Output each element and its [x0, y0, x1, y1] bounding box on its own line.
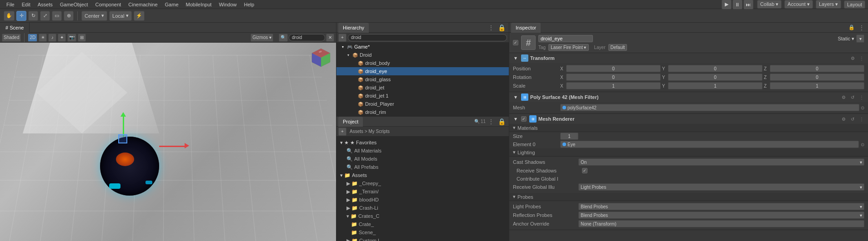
layers-button[interactable]: Layers ▾ [816, 0, 841, 9]
lighting-foldout[interactable]: ▾ Lighting [509, 148, 868, 157]
scale-y-field[interactable]: 1 [668, 82, 763, 89]
hand-tool[interactable]: ✋ [4, 11, 15, 21]
scene-search-input[interactable] [289, 34, 325, 41]
menu-window[interactable]: Window [215, 0, 240, 9]
project-menu[interactable]: ⋮ [487, 118, 496, 125]
menu-component[interactable]: Component [91, 0, 125, 9]
custom-folder[interactable]: ▶ 📁 Custom I [338, 236, 507, 241]
layer-dropdown[interactable]: Default [608, 44, 627, 51]
menu-cinemachine[interactable]: Cinemachine [125, 0, 161, 9]
scene-close-btn[interactable]: ✕ [326, 34, 334, 42]
element0-eye-icon[interactable]: ⊙ [861, 142, 864, 147]
crate-subfolder[interactable]: 📁 Crate_ [338, 220, 507, 228]
audio-button[interactable]: ♪ [48, 34, 56, 42]
scale-z-field[interactable]: 1 [770, 82, 864, 89]
favorites-folder[interactable]: ▾ ★ ★ Favorites [338, 138, 507, 147]
bloodhd-folder[interactable]: ▶ 📁 bloodHD [338, 196, 507, 204]
inspector-lock[interactable]: 🔒 [847, 25, 856, 30]
rotate-tool[interactable]: ↻ [28, 11, 38, 21]
crates-folder[interactable]: ▾ 📁 Crates_C [338, 212, 507, 220]
tree-item-droid-jet[interactable]: 📦 droid_jet [336, 84, 509, 92]
shaded-dropdown[interactable]: Shaded [2, 34, 21, 42]
scale-tool[interactable]: ⤢ [40, 11, 50, 21]
snap-btn[interactable]: ⚡ [134, 11, 145, 21]
menu-mobileinput[interactable]: MobileInput [182, 0, 216, 9]
cast-shadows-dropdown[interactable]: On ▾ [578, 158, 864, 166]
rot-y-field[interactable]: 0 [668, 74, 763, 81]
rect-tool[interactable]: ▭ [52, 11, 62, 21]
receive-shadows-checkbox[interactable]: ✓ [582, 168, 587, 173]
mesh-ref-field[interactable]: polySurface42 [560, 104, 859, 111]
meshrenderer-settings-icon[interactable]: ⚙ [840, 115, 847, 123]
assets-folder[interactable]: ▾ 📁 Assets [338, 171, 507, 179]
project-lock[interactable]: 🔒 [497, 118, 507, 125]
pause-button[interactable]: ⏸ [733, 0, 743, 10]
all-prefabs-item[interactable]: 🔍 All Prefabs [338, 163, 507, 171]
project-tab[interactable]: Project [338, 117, 363, 127]
hierarchy-lock[interactable]: 🔒 [497, 24, 507, 31]
scene-cam-button[interactable]: 📷 [67, 34, 76, 42]
object-name-input[interactable] [538, 35, 593, 42]
menu-assets[interactable]: Assets [34, 0, 56, 9]
static-dropdown[interactable]: ▾ [856, 34, 864, 43]
all-models-item[interactable]: 🔍 All Models [338, 155, 507, 163]
size-field[interactable]: 1 [560, 133, 578, 140]
meshfilter-settings-icon[interactable]: ⚙ [840, 93, 847, 101]
crash-folder[interactable]: ▶ 📁 Crash-Li [338, 204, 507, 212]
hierarchy-tab[interactable]: Hierarchy [338, 23, 369, 33]
rot-x-field[interactable]: 0 [566, 74, 661, 81]
mesh-filter-header[interactable]: ▾ ⊞ Poly Surface 42 (Mesh Filter) ⚙ ↺ ⋮ [509, 92, 868, 102]
tree-item-droid-jet1[interactable]: 📦 droid_jet 1 [336, 92, 509, 100]
tree-item-droid-body[interactable]: 📦 droid_body [336, 59, 509, 67]
menu-help[interactable]: Help [241, 0, 258, 9]
grid-button[interactable]: ⊞ [78, 34, 86, 42]
mesh-eye-icon[interactable]: ⊙ [861, 105, 864, 110]
step-button[interactable]: ⏭ [743, 0, 753, 10]
project-add-btn[interactable]: + [338, 128, 346, 136]
tag-dropdown[interactable]: Laser Fire Point ▾ [548, 44, 588, 51]
pos-z-field[interactable]: 0 [770, 65, 864, 72]
scene-canvas[interactable]: +Y [0, 43, 336, 241]
scene-tab[interactable]: # Scene [0, 23, 30, 33]
element0-field[interactable]: Eye [560, 141, 859, 148]
reflection-probes-dropdown[interactable]: Blend Probes ▾ [578, 211, 864, 219]
meshrenderer-refresh-icon[interactable]: ↺ [849, 115, 856, 123]
center-dropdown[interactable]: Center ▾ [81, 11, 107, 21]
mesh-renderer-header[interactable]: ▾ ✓ ⊞ Mesh Renderer ⚙ ↺ ⋮ [509, 114, 868, 124]
layout-button[interactable]: Layout [844, 0, 865, 9]
anchor-override-field[interactable]: None (Transform) [578, 220, 864, 227]
local-dropdown[interactable]: Local ▾ [109, 11, 132, 21]
transform-tool[interactable]: ⊕ [64, 11, 74, 21]
transform-settings-icon[interactable]: ⚙ [849, 54, 856, 62]
receive-global-dropdown[interactable]: Light Probes ▾ [578, 183, 864, 191]
2d-button[interactable]: 2D [28, 34, 37, 42]
tree-item-droid-rim[interactable]: 📦 droid_rim [336, 108, 509, 116]
meshrenderer-enabled[interactable]: ✓ [521, 116, 527, 122]
move-tool[interactable]: ✛ [16, 11, 26, 21]
menu-edit[interactable]: Edit [18, 0, 34, 9]
meshfilter-refresh-icon[interactable]: ↺ [849, 93, 856, 101]
transform-more-icon[interactable]: ⋮ [858, 54, 865, 62]
inspector-tab[interactable]: Inspector [511, 23, 541, 33]
hierarchy-menu[interactable]: ⋮ [487, 24, 496, 31]
object-enabled-checkbox[interactable]: ✓ [513, 40, 518, 45]
account-button[interactable]: Account ▾ [784, 0, 813, 9]
lighting-button[interactable]: ☀ [39, 34, 47, 42]
tree-item-droid-eye[interactable]: 📦 droid_eye [336, 67, 509, 75]
probes-foldout[interactable]: ▾ Probes [509, 193, 868, 201]
creepy-folder[interactable]: ▶ 📁 _Creepy_ [338, 179, 507, 187]
tree-item-game[interactable]: ▾ 🎮 Game* [336, 43, 509, 51]
hierarchy-add-btn[interactable]: + [338, 34, 346, 42]
light-probes-dropdown[interactable]: Blend Probes ▾ [578, 203, 864, 210]
scale-x-field[interactable]: 1 [566, 82, 661, 89]
rot-z-field[interactable]: 0 [770, 74, 864, 81]
terrain-folder[interactable]: ▶ 📁 _Terrain/ [338, 187, 507, 196]
meshrenderer-more-icon[interactable]: ⋮ [858, 115, 865, 123]
view-cube[interactable]: +Y [310, 46, 332, 69]
pos-y-field[interactable]: 0 [668, 65, 763, 72]
all-materials-item[interactable]: 🔍 All Materials [338, 147, 507, 155]
inspector-menu[interactable]: ⋮ [857, 24, 866, 31]
hierarchy-search[interactable] [348, 34, 507, 41]
materials-foldout[interactable]: ▾ Materials [509, 124, 868, 132]
gizmos-dropdown[interactable]: Gizmos ▾ [251, 34, 273, 42]
